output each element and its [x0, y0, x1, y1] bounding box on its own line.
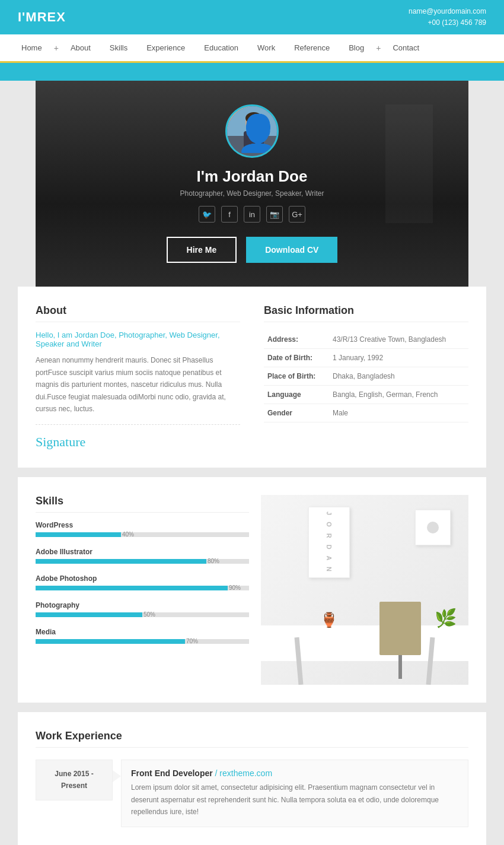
skill-item: WordPress 40% [36, 521, 249, 537]
skill-name: Media [36, 628, 249, 636]
about-title: About [36, 304, 240, 322]
svg-point-5 [245, 115, 262, 131]
avatar [225, 104, 279, 158]
skill-bar-fill: 80% [36, 559, 206, 564]
about-body-text: Aenean nonummy hendrerit mauris. Donec s… [36, 354, 240, 415]
timeline-item: June 2015 - Present Front End Developer … [36, 760, 468, 827]
contact-info: name@yourdomain.com +00 (123) 456 789 [409, 6, 486, 28]
timeline-date: June 2015 - Present [36, 760, 113, 800]
info-label: Gender [264, 404, 329, 422]
desk-surface [261, 625, 468, 661]
nav-skills[interactable]: Skills [100, 34, 137, 62]
skill-percent: 50% [143, 611, 155, 618]
info-value: 43/R/13 Creative Town, Bangladesh [329, 331, 468, 349]
info-label: Place of Birth: [264, 367, 329, 386]
signature: Signature [36, 434, 240, 450]
skill-percent: 90% [229, 584, 241, 591]
skill-bar-bg: 70% [36, 639, 249, 644]
svg-marker-9 [254, 135, 258, 139]
nav-plus-blog[interactable]: + [374, 43, 383, 53]
job-company[interactable]: / rextheme.com [215, 768, 272, 778]
svg-rect-11 [248, 122, 254, 126]
info-row: Gender Male [264, 404, 468, 422]
info-value: Bangla, English, German, French [329, 386, 468, 404]
skill-bar-bg: 80% [36, 559, 249, 564]
skills-left-panel: Skills WordPress 40% Adobe Illustrator 8… [36, 495, 261, 685]
instagram-icon[interactable]: 📷 [266, 206, 283, 223]
header: I'MREX name@yourdomain.com +00 (123) 456… [0, 0, 504, 34]
skill-percent: 40% [122, 531, 134, 538]
hire-me-button[interactable]: Hire Me [167, 237, 237, 263]
info-value: Dhaka, Bangladesh [329, 367, 468, 386]
info-value: 1 January, 1992 [329, 349, 468, 367]
plant-decoration: 🌿 [435, 608, 457, 628]
info-label: Address: [264, 331, 329, 349]
facebook-icon[interactable]: f [221, 206, 238, 223]
skill-bar-fill: 90% [36, 586, 228, 590]
basic-info-title: Basic Information [264, 304, 468, 322]
skill-bar-bg: 90% [36, 586, 249, 590]
nav-contact[interactable]: Contact [383, 34, 429, 62]
svg-rect-12 [255, 122, 261, 126]
skill-name: Adobe Illustrator [36, 548, 249, 556]
skills-workspace-image: J O R D A N 🌿 🏺 [261, 495, 468, 685]
skill-item: Adobe Photoshop 90% [36, 574, 249, 590]
skill-bar-fill: 50% [36, 612, 142, 617]
info-label: Language [264, 386, 329, 404]
small-frame [415, 510, 451, 545]
info-row: Language Bangla, English, German, French [264, 386, 468, 404]
skill-bar-fill: 40% [36, 532, 121, 537]
skill-bar-bg: 40% [36, 532, 249, 537]
workspace-decoration: J O R D A N 🌿 🏺 [261, 495, 468, 685]
svg-marker-8 [250, 135, 254, 139]
skill-item: Photography 50% [36, 601, 249, 617]
work-experience-title: Work Experience [36, 730, 468, 748]
nav-reference[interactable]: Reference [285, 34, 339, 62]
linkedin-icon[interactable]: in [244, 206, 260, 223]
svg-rect-6 [244, 131, 264, 149]
svg-rect-4 [227, 136, 277, 156]
jordan-poster: J O R D A N [308, 507, 350, 578]
skills-title: Skills [36, 495, 249, 513]
hero-subtitle: Photographer, Web Designer, Speaker, Wri… [180, 189, 324, 198]
skills-bars: WordPress 40% Adobe Illustrator 80% Adob… [36, 521, 249, 644]
nav-education[interactable]: Education [194, 34, 248, 62]
job-title: Front End Developer / rextheme.com [131, 768, 458, 778]
main-content: I'm Jordan Doe Photographer, Web Designe… [0, 81, 504, 845]
info-value: Male [329, 404, 468, 422]
skill-name: WordPress [36, 521, 249, 529]
nav-home[interactable]: Home [12, 34, 52, 62]
phone: +00 (123) 456 789 [409, 17, 486, 28]
timeline: June 2015 - Present Front End Developer … [36, 760, 468, 845]
info-row: Place of Birth: Dhaka, Bangladesh [264, 367, 468, 386]
info-row: Date of Birth: 1 January, 1992 [264, 349, 468, 367]
hero-buttons: Hire Me Download CV [167, 237, 338, 263]
twitter-icon[interactable]: 🐦 [199, 206, 215, 223]
hero-section: I'm Jordan Doe Photographer, Web Designe… [36, 81, 468, 287]
nav-experience[interactable]: Experience [137, 34, 194, 62]
skills-section: Skills WordPress 40% Adobe Illustrator 8… [18, 477, 486, 703]
hero-name: I'm Jordan Doe [197, 167, 308, 186]
social-icons-row: 🐦 f in 📷 G+ [199, 206, 305, 223]
nav-plus-home[interactable]: + [52, 43, 61, 53]
skill-bar-fill: 70% [36, 639, 185, 644]
skill-name: Adobe Photoshop [36, 574, 249, 583]
work-experience-section: Work Experience June 2015 - Present Fron… [18, 712, 486, 845]
avatar-image [227, 106, 277, 156]
timeline-arrow [113, 770, 121, 782]
about-intro-link[interactable]: Hello, I am Jordan Doe, Photographer, We… [36, 331, 240, 348]
nav-work[interactable]: Work [248, 34, 285, 62]
skill-bar-bg: 50% [36, 612, 249, 617]
info-row: Address: 43/R/13 Creative Town, Banglade… [264, 331, 468, 349]
download-cv-button[interactable]: Download CV [246, 237, 337, 263]
skill-percent: 70% [186, 638, 198, 644]
email: name@yourdomain.com [409, 6, 486, 17]
skill-item: Adobe Illustrator 80% [36, 548, 249, 564]
nav-about[interactable]: About [61, 34, 100, 62]
gplus-icon[interactable]: G+ [289, 206, 305, 223]
vase-decoration: 🏺 [320, 612, 338, 628]
skill-percent: 80% [208, 558, 219, 564]
cyan-band [0, 63, 504, 81]
skill-name: Photography [36, 601, 249, 609]
nav-blog[interactable]: Blog [339, 34, 374, 62]
